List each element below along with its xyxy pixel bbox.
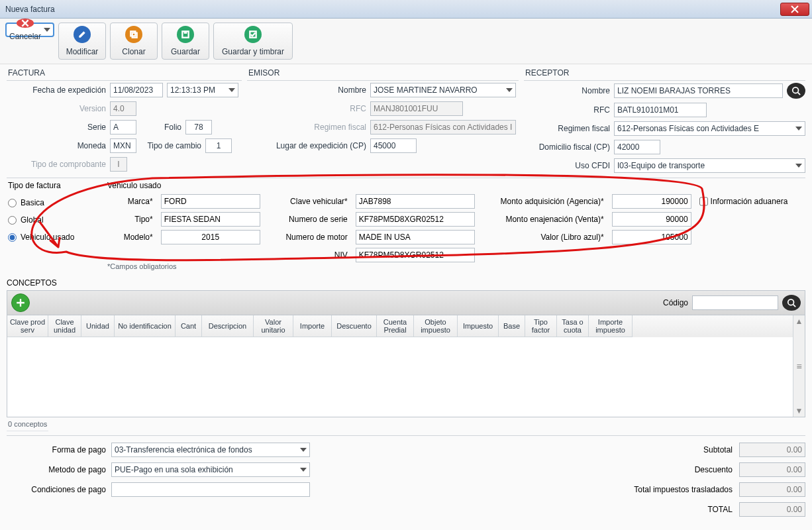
forma-pago-select[interactable]: 03-Transferencia electrónica de fondos [111,443,310,457]
total-value [739,502,805,517]
col-header[interactable]: Valor unitario [254,315,293,337]
receptor-uso-select[interactable]: I03-Equipo de transporte [614,158,805,173]
folio-label: Folio [140,123,181,132]
receptor-rfc-input[interactable] [614,103,707,117]
descuento-value [739,462,805,477]
radio-vehiculo-usado[interactable]: Vehiculo usado [7,229,106,246]
window-title: Nueva factura [3,5,780,14]
serie-input[interactable] [110,120,136,134]
col-header[interactable]: Unidad [81,315,115,337]
emisor-rfc-label: RFC [247,104,366,113]
col-header[interactable]: No identificacion [115,315,176,337]
save-stamp-button[interactable]: Guardar y timbrar [213,23,293,60]
numserie-input[interactable] [356,212,475,227]
conceptos-toolbar: Código [7,290,805,315]
cancel-icon [17,19,34,28]
save-button[interactable]: Guardar [162,23,209,60]
modelo-label: Modelo* [106,233,153,242]
receptor-search-button[interactable] [787,83,805,99]
codigo-input[interactable] [692,295,778,310]
scrollbar[interactable]: ▲≡▼ [793,315,805,417]
receptor-dom-input[interactable] [614,140,660,154]
receptor-nombre-label: Nombre [524,86,610,95]
search-icon [787,298,796,307]
modelo-input[interactable] [161,230,260,244]
tipo-factura-heading: Tipo de factura [7,181,106,194]
cancel-button[interactable]: Cancelar [5,23,54,37]
col-header[interactable]: Cant [176,315,202,337]
col-header[interactable]: Clave prod serv [7,315,48,337]
codigo-search-button[interactable] [782,295,801,311]
emisor-rfc-input [370,101,463,116]
col-header[interactable]: Importe impuesto [589,315,633,337]
moneda-input[interactable] [110,138,136,153]
receptor-rfc-label: RFC [524,105,610,115]
toolbar: Cancelar Modificar Clonar Guardar Guarda… [0,19,812,64]
trasladados-label: Total impuestos trasladados [634,485,733,494]
col-header[interactable]: Descuento [332,315,377,337]
add-concepto-button[interactable] [11,293,30,312]
scroll-up-icon: ▲ [795,317,803,326]
tc-input[interactable] [205,138,232,153]
col-header[interactable]: Tipo factor [525,315,557,337]
condiciones-pago-input[interactable] [111,482,310,497]
title-bar: Nueva factura [0,0,812,19]
version-input [110,101,136,116]
conceptos-count: 0 conceptos [7,417,48,431]
plus-icon [16,298,25,307]
trasladados-value [739,482,805,497]
metodo-pago-select[interactable]: PUE-Pago en una sola exhibición [111,462,310,477]
col-header[interactable]: Clave unidad [48,315,81,337]
version-label: Version [7,104,106,113]
close-button[interactable] [780,3,809,16]
marca-input[interactable] [161,194,260,209]
pencil-icon [74,26,91,43]
emisor-nombre-label: Nombre [247,85,366,95]
tipocomp-label: Tipo de comprobante [7,160,106,169]
niv-input[interactable] [356,248,475,262]
folio-input[interactable] [185,120,212,134]
col-header[interactable]: Impuesto [458,315,499,337]
col-header[interactable]: Importe [293,315,332,337]
emisor-lugar-input[interactable] [370,138,417,153]
col-header[interactable]: Base [499,315,525,337]
vehiculo-heading: Vehiculo usado [106,181,805,194]
factura-heading: FACTURA [7,66,242,81]
enaj-label: Monto enajenación (Venta)* [483,215,604,224]
col-header[interactable]: Tasa o cuota [557,315,589,337]
nummotor-input[interactable] [356,230,475,244]
fecha-time-select[interactable]: 12:13:13 PM [167,83,238,97]
emisor-regimen-input [370,120,516,134]
adq-label: Monto adquisición (Agencia)* [483,197,604,206]
valor-input[interactable] [612,230,691,244]
receptor-regimen-label: Regimen fiscal [524,124,610,133]
subtotal-label: Subtotal [703,445,733,454]
nummotor-label: Numero de motor [268,233,348,242]
descuento-label: Descuento [695,465,733,474]
modify-button[interactable]: Modificar [58,23,106,60]
conceptos-tbody [7,337,793,417]
col-header[interactable]: Descripcion [202,315,254,337]
emisor-regimen-label: Regimen fiscal [247,123,366,132]
enaj-input[interactable] [612,212,691,227]
radio-global[interactable]: Global [7,211,106,229]
fecha-date-input[interactable] [110,83,163,97]
tipo-input[interactable] [161,212,260,227]
receptor-uso-label: Uso CFDI [524,161,610,170]
tipo-label: Tipo* [106,215,153,224]
receptor-nombre-input[interactable] [614,83,783,98]
emisor-lugar-label: Lugar de expedición (CP) [247,141,366,150]
save-icon [177,26,194,43]
col-header[interactable]: Objeto impuesto [414,315,458,337]
emisor-nombre-select[interactable]: JOSE MARTINEZ NAVARRO [370,83,516,97]
radio-basica[interactable]: Basica [7,194,106,211]
niv-label: NIV [268,250,348,260]
receptor-regimen-select[interactable]: 612-Personas Físicas con Actividades E [614,121,805,136]
aduanera-checkbox[interactable]: Información aduanera [699,194,805,209]
svg-point-5 [793,87,799,93]
clave-input[interactable] [356,194,475,209]
adq-input[interactable] [612,194,691,209]
clone-button[interactable]: Clonar [110,23,158,60]
col-header[interactable]: Cuenta Predial [377,315,414,337]
moneda-label: Moneda [7,141,106,150]
